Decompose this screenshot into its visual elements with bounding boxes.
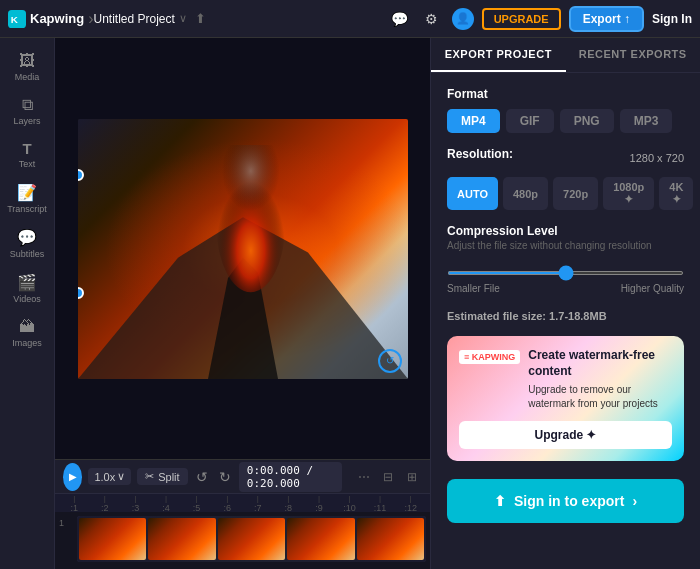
- app-logo: K Kapwing: [8, 10, 84, 28]
- res-btn-1080p[interactable]: 1080p ✦: [603, 177, 654, 210]
- format-btn-gif[interactable]: GIF: [506, 109, 554, 133]
- media-icon: 🖼: [19, 52, 35, 70]
- track-clip-1[interactable]: [77, 516, 426, 562]
- speed-selector[interactable]: 1.0x ∨: [88, 468, 131, 485]
- sidebar-item-layers[interactable]: ⧉ Layers: [2, 90, 52, 132]
- share-icon[interactable]: ⬆: [195, 11, 206, 26]
- timeline: ▶ 1.0x ∨ ✂ Split ↺ ↻ 0:00.000 / 0:20.000: [55, 459, 430, 569]
- promo-sub: Upgrade to remove our watermark from you…: [528, 383, 672, 411]
- split-icon: ✂: [145, 470, 154, 483]
- current-time: 0:00.000: [247, 464, 300, 477]
- profile-icon[interactable]: 👤: [452, 8, 474, 30]
- upgrade-button[interactable]: UPGRADE: [482, 8, 561, 30]
- total-time: 0:20.000: [247, 477, 300, 490]
- format-btn-mp3[interactable]: MP3: [620, 109, 673, 133]
- compression-slider[interactable]: [447, 271, 684, 275]
- ruler-mark-8: :8: [273, 494, 304, 512]
- timeline-controls: ▶ 1.0x ∨ ✂ Split ↺ ↻ 0:00.000 / 0:20.000: [55, 460, 430, 494]
- format-label: Format: [447, 87, 684, 101]
- signin-button[interactable]: Sign In: [652, 12, 692, 26]
- tab-export-project[interactable]: EXPORT PROJECT: [431, 38, 566, 72]
- topbar-icons: 💬 ⚙ 👤: [388, 7, 474, 31]
- project-name[interactable]: Untitled Project: [94, 12, 175, 26]
- editor-content: ↺ ▶ 1.0x ∨ ✂ Split ↺ ↻ 0:00.000 /: [55, 38, 430, 569]
- file-size-label: Estimated file size:: [447, 310, 546, 322]
- promo-title: Create watermark-free content: [528, 348, 672, 379]
- format-btn-png[interactable]: PNG: [560, 109, 614, 133]
- signin-export-button[interactable]: ⬆ Sign in to export ›: [447, 479, 684, 523]
- sidebar-item-media-label: Media: [15, 72, 40, 82]
- sidebar-item-text[interactable]: T Text: [2, 134, 52, 175]
- compression-label: Compression Level: [447, 224, 684, 238]
- export-panel: EXPORT PROJECT RECENT EXPORTS Format MP4…: [430, 38, 700, 569]
- resize-handle-top-left[interactable]: [78, 169, 84, 181]
- sidebar-item-subtitles[interactable]: 💬 Subtitles: [2, 222, 52, 265]
- ruler-marks: :1 :2 :3 :4 :5 :6 :7 :8 :9 :10 :11 :12: [59, 494, 426, 512]
- format-btn-mp4[interactable]: MP4: [447, 109, 500, 133]
- resolution-buttons: AUTO 480p 720p 1080p ✦ 4K ✦: [447, 177, 684, 210]
- ruler-mark-9: :9: [304, 494, 335, 512]
- settings-icon[interactable]: ⚙: [420, 7, 444, 31]
- format-buttons: MP4 GIF PNG MP3: [447, 109, 684, 133]
- clip-frame-5: [357, 518, 424, 560]
- svg-text:K: K: [11, 13, 19, 24]
- res-btn-720p[interactable]: 720p: [553, 177, 598, 210]
- images-icon: 🏔: [19, 318, 35, 336]
- sidebar-item-text-label: Text: [19, 159, 36, 169]
- signin-export-label: Sign in to export: [514, 493, 624, 509]
- compression-sub: Adjust the file size without changing re…: [447, 240, 684, 251]
- video-frame[interactable]: ↺: [78, 119, 408, 379]
- upgrade-promo-button[interactable]: Upgrade ✦: [459, 421, 672, 449]
- res-btn-auto[interactable]: AUTO: [447, 177, 498, 210]
- sidebar-item-layers-label: Layers: [13, 116, 40, 126]
- track-label-1: 1: [59, 518, 73, 528]
- videos-icon: 🎬: [17, 273, 37, 292]
- sidebar-item-videos[interactable]: 🎬 Videos: [2, 267, 52, 310]
- promo-inner: ≡ KAPWING Create watermark-free content …: [459, 348, 672, 411]
- tab-recent-exports[interactable]: RECENT EXPORTS: [566, 38, 701, 72]
- project-dropdown-icon[interactable]: ∨: [179, 12, 187, 25]
- text-icon: T: [22, 140, 31, 157]
- ruler-mark-3: :3: [120, 494, 151, 512]
- res-btn-480p[interactable]: 480p: [503, 177, 548, 210]
- play-button[interactable]: ▶: [63, 463, 82, 491]
- clip-frame-2: [148, 518, 215, 560]
- sidebar-item-images[interactable]: 🏔 Images: [2, 312, 52, 354]
- slider-labels: Smaller File Higher Quality: [447, 283, 684, 294]
- resolution-value: 1280 x 720: [630, 152, 684, 164]
- ruler-mark-7: :7: [242, 494, 273, 512]
- video-area: ↺: [55, 38, 430, 459]
- resolution-row: Resolution: 1280 x 720: [447, 147, 684, 169]
- clip-frame-1: [79, 518, 146, 560]
- slider-label-left: Smaller File: [447, 283, 500, 294]
- time-separator: /: [306, 464, 313, 477]
- ruler-mark-6: :6: [212, 494, 243, 512]
- clip-content: [77, 516, 426, 562]
- panel-tabs: EXPORT PROJECT RECENT EXPORTS: [431, 38, 700, 73]
- ruler-mark-12: :12: [395, 494, 426, 512]
- split-button[interactable]: ✂ Split: [137, 468, 187, 485]
- timeline-zoom-out[interactable]: ⋯: [354, 467, 374, 487]
- res-btn-4k[interactable]: 4K ✦: [659, 177, 693, 210]
- undo-button[interactable]: ↺: [194, 465, 211, 489]
- sidebar-item-transcript[interactable]: 📝 Transcript: [2, 177, 52, 220]
- export-button[interactable]: Export ↑: [569, 6, 644, 32]
- redo-button[interactable]: ↻: [216, 465, 233, 489]
- ruler-mark-10: :10: [334, 494, 365, 512]
- video-rotate-handle[interactable]: ↺: [378, 349, 402, 373]
- resize-handle-bottom-left[interactable]: [78, 287, 84, 299]
- timeline-extra-buttons: ⋯ ⊟ ⊞: [354, 467, 422, 487]
- split-label: Split: [158, 471, 179, 483]
- timeline-expand[interactable]: ⊞: [402, 467, 422, 487]
- sidebar: 🖼 Media ⧉ Layers T Text 📝 Transcript 💬 S…: [0, 38, 55, 569]
- sidebar-item-subtitles-label: Subtitles: [10, 249, 45, 259]
- timeline-settings[interactable]: ⊟: [378, 467, 398, 487]
- chat-icon[interactable]: 💬: [388, 7, 412, 31]
- video-preview: [78, 119, 408, 379]
- kapwing-logo-small: ≡ KAPWING: [459, 350, 520, 364]
- clip-frame-4: [287, 518, 354, 560]
- sidebar-item-images-label: Images: [12, 338, 42, 348]
- sidebar-item-media[interactable]: 🖼 Media: [2, 46, 52, 88]
- file-size-value: 1.7-18.8MB: [549, 310, 606, 322]
- signin-export-icon: ⬆: [494, 493, 506, 509]
